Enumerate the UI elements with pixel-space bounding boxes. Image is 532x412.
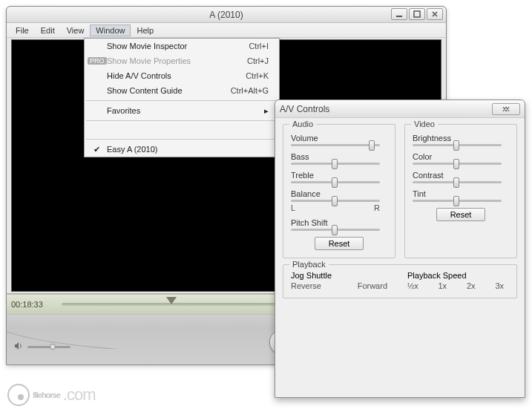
submenu-arrow-icon: ▸ [264, 106, 269, 116]
bass-slider[interactable] [291, 163, 380, 165]
video-group: Video Brightness Color Contrast Tint [404, 124, 517, 258]
tint-slider[interactable] [413, 200, 502, 202]
menu-help[interactable]: Help [131, 24, 160, 36]
volume-slider[interactable] [27, 346, 70, 348]
av-controls-window: A/V Controls Audio Volume Bass Treble [275, 99, 525, 398]
menu-item-shortcut: Ctrl+K [246, 71, 269, 80]
audio-volume-slider[interactable] [291, 144, 380, 146]
pro-badge: PRO [88, 57, 107, 65]
jog-forward-label: Forward [358, 281, 387, 290]
jog-reverse-label: Reverse [291, 281, 321, 290]
menu-item-label: Hide A/V Controls [107, 71, 171, 80]
balance-right-label: R [374, 203, 380, 212]
slider-thumb[interactable] [332, 177, 338, 188]
slider-thumb[interactable] [453, 177, 459, 188]
playback-legend: Playback [289, 260, 329, 269]
menu-item-label: Show Movie Properties [107, 56, 191, 65]
menu-item-content-guide[interactable]: Show Content Guide Ctrl+Alt+G [85, 83, 279, 98]
menu-item-shortcut: Ctrl+Alt+G [231, 86, 269, 95]
menu-item-shortcut: Ctrl+J [247, 56, 269, 65]
balance-label: Balance [291, 189, 387, 198]
tint-label: Tint [413, 189, 509, 198]
svg-rect-1 [414, 11, 420, 17]
balance-slider[interactable] [291, 200, 380, 202]
balance-row: Balance LR [291, 189, 387, 212]
speed-tick-1x: 1x [439, 281, 447, 290]
color-row: Color [413, 152, 509, 165]
color-label: Color [413, 152, 509, 161]
speed-tick-half: ½x [407, 281, 418, 290]
audio-reset-button[interactable]: Reset [315, 237, 364, 250]
brightness-slider[interactable] [413, 144, 502, 146]
svg-rect-0 [396, 16, 402, 17]
menu-separator [86, 139, 278, 140]
speed-col: Playback Speed ½x 1x 2x 3x [407, 271, 509, 290]
titlebar[interactable]: A (2010) [7, 7, 446, 23]
slider-thumb[interactable] [453, 159, 459, 169]
speed-tick-3x: 3x [495, 281, 504, 290]
maximize-button[interactable] [409, 8, 425, 20]
volume-control [14, 341, 70, 352]
menu-item-hide-av-controls[interactable]: Hide A/V Controls Ctrl+K [85, 68, 279, 83]
checkmark-icon: ✔ [93, 145, 100, 154]
jog-col: Jog Shuttle ReverseForward [291, 271, 393, 290]
jog-label: Jog Shuttle [291, 271, 393, 280]
minimize-button[interactable] [391, 8, 407, 20]
brightness-row: Brightness [413, 134, 509, 146]
volume-row: Volume [291, 134, 387, 146]
menu-separator [86, 100, 278, 101]
video-reset-button[interactable]: Reset [436, 208, 486, 221]
pitch-slider[interactable] [291, 229, 380, 231]
color-slider[interactable] [413, 163, 502, 165]
menu-separator [86, 120, 278, 121]
menu-window[interactable]: Window [90, 24, 131, 36]
window-title: A (2010) [7, 10, 446, 20]
slider-thumb[interactable] [453, 196, 459, 206]
slider-thumb[interactable] [332, 159, 338, 169]
menu-item-shortcut: Ctrl+I [249, 42, 269, 50]
volume-thumb[interactable] [50, 344, 56, 350]
av-titlebar[interactable]: A/V Controls [275, 100, 525, 118]
bass-label: Bass [291, 152, 387, 161]
pitch-row: Pitch Shift [291, 218, 387, 231]
watermark-brand: filehorse [33, 390, 60, 399]
filehorse-watermark: filehorse.com [7, 384, 96, 406]
slider-thumb[interactable] [369, 140, 375, 151]
treble-label: Treble [291, 171, 387, 180]
tint-row: Tint [413, 189, 509, 202]
slider-thumb[interactable] [453, 140, 459, 151]
menu-item-label: Favorites [107, 106, 140, 115]
bass-row: Bass [291, 152, 387, 165]
contrast-slider[interactable] [413, 181, 502, 183]
slider-thumb[interactable] [332, 196, 338, 206]
close-button[interactable] [427, 8, 443, 20]
contrast-row: Contrast [413, 171, 509, 183]
audio-group: Audio Volume Bass Treble Balance LR [283, 124, 395, 258]
menu-item-show-inspector[interactable]: Show Movie Inspector Ctrl+I [85, 39, 279, 53]
menu-item-label: Show Content Guide [107, 86, 183, 95]
contrast-label: Contrast [413, 171, 509, 180]
seek-thumb-icon[interactable] [166, 297, 177, 304]
speed-tick-2x: 2x [467, 281, 476, 290]
menu-item-label: Show Movie Inspector [107, 42, 187, 50]
menu-file[interactable]: File [10, 24, 35, 36]
speaker-icon[interactable] [14, 341, 23, 352]
av-close-button[interactable] [492, 103, 520, 115]
menu-edit[interactable]: Edit [35, 24, 61, 36]
menu-view[interactable]: View [61, 24, 91, 36]
menu-item-easy-a[interactable]: ✔ Easy A (2010) [85, 142, 279, 157]
watermark-tld: .com [63, 385, 96, 405]
menu-item-label: Easy A (2010) [107, 145, 158, 154]
window-menu-dropdown: Show Movie Inspector Ctrl+I PRO Show Mov… [84, 38, 280, 157]
watermark-logo-icon [7, 384, 30, 406]
menubar: File Edit View Window Help [7, 23, 446, 38]
menu-blank-row [85, 123, 279, 137]
brightness-label: Brightness [413, 134, 509, 143]
time-display: 00:18:33 [11, 300, 56, 309]
treble-row: Treble [291, 171, 387, 183]
treble-slider[interactable] [291, 181, 380, 183]
balance-left-label: L [291, 203, 295, 212]
playback-group: Playback Jog Shuttle ReverseForward Play… [283, 264, 517, 298]
menu-item-favorites[interactable]: Favorites ▸ [85, 103, 279, 118]
slider-thumb[interactable] [332, 225, 338, 235]
